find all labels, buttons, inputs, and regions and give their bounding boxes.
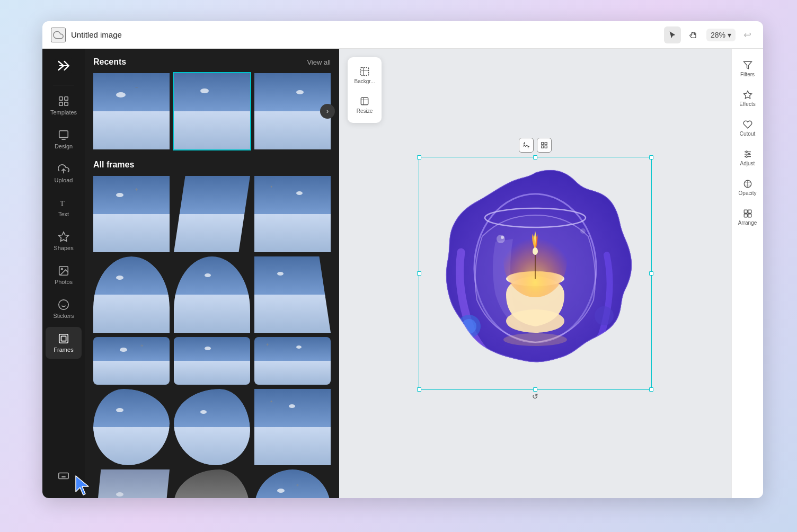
sidebar-item-photos[interactable]: Photos bbox=[46, 259, 82, 291]
svg-rect-3 bbox=[65, 97, 68, 100]
zoom-control[interactable]: 28% ▾ bbox=[706, 29, 736, 41]
right-tool-opacity[interactable]: Opacity bbox=[734, 174, 761, 201]
sidebar-item-photos-label: Photos bbox=[55, 279, 73, 285]
right-tool-arrange[interactable]: Arrange bbox=[734, 203, 761, 231]
document-title: Untitled image bbox=[71, 30, 122, 39]
undo-button[interactable]: ↩ bbox=[740, 28, 755, 42]
sidebar-item-stickers-label: Stickers bbox=[53, 313, 74, 319]
frame-item-8[interactable] bbox=[174, 337, 250, 385]
svg-rect-25 bbox=[545, 143, 547, 145]
frame-item-6[interactable] bbox=[254, 256, 331, 333]
svg-point-42 bbox=[501, 236, 504, 239]
frame-item-1[interactable]: ✈ bbox=[93, 176, 170, 252]
recent-frame-3[interactable] bbox=[254, 73, 331, 149]
right-panel: Filters Effects Cutout bbox=[731, 49, 763, 498]
frame-item-3[interactable]: ✈ bbox=[254, 176, 331, 252]
recents-header: Recents View all bbox=[93, 57, 331, 67]
recents-grid: › bbox=[93, 73, 331, 149]
cloud-save-button[interactable] bbox=[51, 28, 66, 42]
frame-item-4[interactable] bbox=[93, 256, 170, 333]
left-sidebar: Templates Design Upload bbox=[42, 49, 85, 498]
frame-item-2[interactable] bbox=[174, 176, 250, 252]
top-bar: Untitled image 28% ▾ ↩ bbox=[42, 21, 763, 49]
crop-tool-button[interactable] bbox=[519, 138, 534, 153]
sidebar-item-keyboard[interactable] bbox=[46, 460, 82, 492]
image-toolbar bbox=[519, 138, 552, 153]
floating-toolbar: Backgr... Resize bbox=[348, 57, 382, 123]
recents-next-button[interactable]: › bbox=[320, 104, 335, 119]
app-container: Untitled image 28% ▾ ↩ bbox=[42, 21, 763, 498]
svg-rect-16 bbox=[59, 473, 68, 479]
sidebar-item-templates-label: Templates bbox=[50, 109, 77, 116]
svg-rect-27 bbox=[545, 146, 547, 148]
resize-tool[interactable]: Resize bbox=[351, 91, 378, 119]
top-bar-right: 28% ▾ ↩ bbox=[664, 26, 755, 43]
frames-grid: ✈ ✈ bbox=[93, 176, 331, 498]
sidebar-item-design-label: Design bbox=[55, 143, 73, 149]
svg-point-43 bbox=[580, 228, 586, 234]
sidebar-divider bbox=[53, 85, 74, 85]
resize-tool-label: Resize bbox=[357, 108, 373, 114]
svg-marker-44 bbox=[743, 61, 751, 69]
recent-frame-2[interactable] bbox=[174, 73, 250, 149]
svg-marker-45 bbox=[743, 91, 751, 99]
sidebar-item-shapes-label: Shapes bbox=[54, 245, 73, 251]
svg-rect-54 bbox=[748, 210, 751, 213]
all-frames-title: All frames bbox=[93, 160, 331, 170]
body-layout: Templates Design Upload bbox=[42, 49, 763, 498]
frame-item-15[interactable]: ✈ bbox=[254, 469, 331, 498]
frame-item-9[interactable]: ✈ bbox=[254, 337, 331, 385]
svg-point-50 bbox=[748, 154, 749, 155]
sidebar-item-upload[interactable]: Upload bbox=[46, 157, 82, 189]
sidebar-item-design[interactable]: Design bbox=[46, 123, 82, 155]
sidebar-item-text[interactable]: T Text bbox=[46, 191, 82, 223]
svg-point-35 bbox=[533, 247, 538, 255]
svg-text:T: T bbox=[60, 199, 65, 208]
svg-point-41 bbox=[497, 235, 505, 243]
right-tool-cutout[interactable]: Cutout bbox=[734, 114, 761, 142]
sidebar-item-text-label: Text bbox=[58, 211, 69, 217]
recent-frame-1[interactable] bbox=[93, 73, 170, 149]
zoom-chevron-icon: ▾ bbox=[728, 31, 731, 39]
right-tool-adjust[interactable]: Adjust bbox=[734, 144, 761, 172]
sidebar-item-templates[interactable]: Templates bbox=[46, 90, 82, 121]
frame-item-10[interactable] bbox=[93, 389, 170, 465]
arrange-label: Arrange bbox=[738, 220, 757, 226]
filters-label: Filters bbox=[740, 72, 755, 77]
candle-image[interactable] bbox=[419, 157, 652, 390]
grid-tool-button[interactable] bbox=[537, 138, 552, 153]
frame-item-14[interactable] bbox=[174, 469, 250, 498]
app-logo bbox=[53, 55, 74, 76]
svg-point-49 bbox=[746, 151, 747, 153]
sidebar-item-stickers[interactable]: Stickers bbox=[46, 293, 82, 325]
svg-rect-55 bbox=[744, 214, 747, 217]
svg-rect-23 bbox=[361, 97, 368, 104]
hand-tool-button[interactable] bbox=[685, 26, 702, 43]
sidebar-item-shapes[interactable]: Shapes bbox=[46, 225, 82, 257]
frame-item-7[interactable]: ✈ bbox=[93, 337, 170, 385]
svg-rect-5 bbox=[65, 102, 68, 105]
svg-point-11 bbox=[59, 300, 68, 309]
right-tool-effects[interactable]: Effects bbox=[734, 85, 761, 112]
background-tool[interactable]: Backgr... bbox=[351, 61, 378, 89]
rotate-handle[interactable]: ↺ bbox=[532, 393, 539, 400]
effects-label: Effects bbox=[739, 101, 755, 107]
svg-rect-56 bbox=[748, 214, 751, 217]
frame-item-11[interactable] bbox=[174, 389, 250, 465]
canvas-image-container[interactable]: ↺ bbox=[419, 157, 652, 390]
cursor-tool-button[interactable] bbox=[664, 26, 681, 43]
svg-rect-14 bbox=[59, 334, 68, 343]
svg-point-51 bbox=[746, 156, 747, 157]
right-tool-filters[interactable]: Filters bbox=[734, 55, 761, 83]
svg-rect-53 bbox=[744, 210, 747, 213]
svg-rect-22 bbox=[361, 68, 369, 76]
frame-item-12[interactable]: ✈ bbox=[254, 389, 331, 465]
view-all-button[interactable]: View all bbox=[307, 58, 331, 66]
sidebar-item-frames[interactable]: Frames bbox=[46, 327, 82, 359]
svg-rect-2 bbox=[59, 97, 63, 100]
svg-rect-15 bbox=[61, 336, 66, 341]
recents-title: Recents bbox=[93, 57, 126, 67]
sidebar-item-upload-label: Upload bbox=[55, 177, 73, 183]
frame-item-13[interactable] bbox=[93, 469, 170, 498]
frame-item-5[interactable] bbox=[174, 256, 250, 333]
